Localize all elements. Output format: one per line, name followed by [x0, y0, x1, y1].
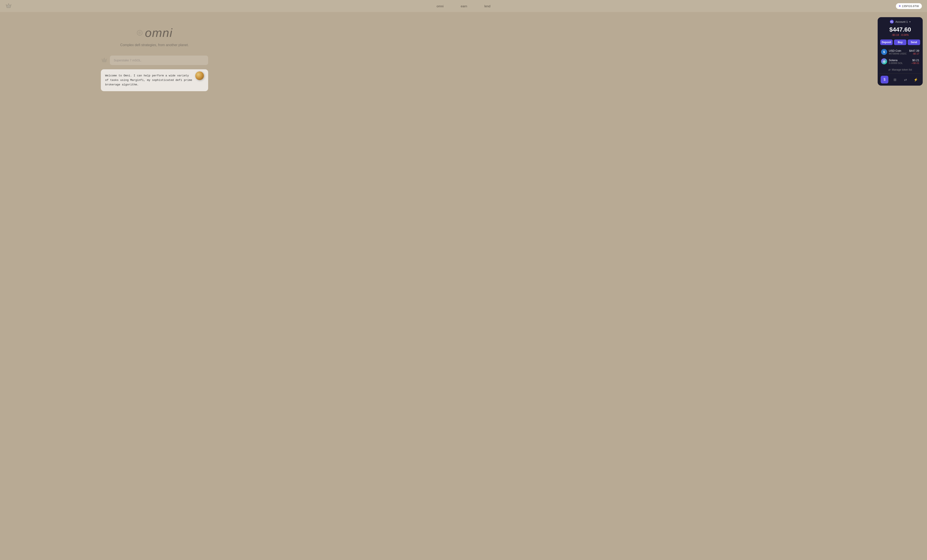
- navbar: omni earn lend 135FGS.6TW: [0, 0, 309, 12]
- avatar-ball: [195, 71, 204, 80]
- omni-circle-icon: [136, 29, 143, 36]
- svg-point-2: [139, 32, 140, 33]
- input-logo-icon: [101, 57, 108, 64]
- chat-message: Welcome to Omni. I can help perform a wi…: [105, 74, 193, 87]
- omni-title: omni: [145, 26, 173, 40]
- chat-input-section: [101, 56, 208, 65]
- chat-bubble: Welcome to Omni. I can help perform a wi…: [101, 69, 208, 91]
- chat-avatar: [195, 71, 206, 82]
- main-content: omni Complex defi strategies, from anoth…: [0, 0, 309, 91]
- omni-subtitle: Complex defi strategies, from another pl…: [120, 43, 188, 47]
- logo[interactable]: [5, 3, 12, 9]
- omni-hero-title-section: omni: [136, 26, 173, 40]
- chat-input[interactable]: [110, 56, 208, 65]
